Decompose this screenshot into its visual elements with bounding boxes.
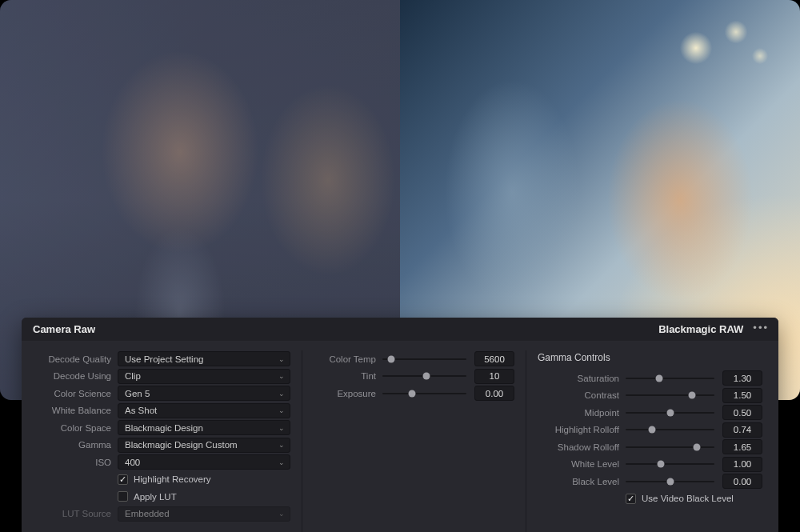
chevron-down-icon: ⌄ <box>278 424 285 432</box>
highlight-recovery-checkbox[interactable] <box>118 474 128 485</box>
color-space-select[interactable]: Blackmagic Design ⌄ <box>118 420 290 435</box>
tint-slider[interactable] <box>382 370 466 382</box>
chevron-down-icon: ⌄ <box>278 458 285 466</box>
exposure-label: Exposure <box>314 389 376 398</box>
white-balance-value: As Shot <box>125 406 157 415</box>
gamma-label: Gamma <box>38 440 111 450</box>
midpoint-label: Midpoint <box>538 408 619 418</box>
iso-value: 400 <box>125 458 140 467</box>
chevron-down-icon: ⌄ <box>278 406 285 414</box>
iso-select[interactable]: 400 ⌄ <box>118 454 290 470</box>
lut-source-value: Embedded <box>125 509 170 518</box>
iso-label: ISO <box>38 458 111 467</box>
decode-using-select[interactable]: Clip ⌄ <box>118 369 290 384</box>
color-science-label: Color Science <box>38 389 111 398</box>
chevron-down-icon: ⌄ <box>278 372 285 380</box>
chevron-down-icon: ⌄ <box>278 441 285 449</box>
camera-raw-panel: Camera Raw Blackmagic RAW ••• Decode Qua… <box>22 318 778 532</box>
contrast-value[interactable]: 1.50 <box>722 388 762 403</box>
gamma-controls-column: Gamma Controls Saturation 1.30 Contrast … <box>526 350 774 532</box>
saturation-slider[interactable] <box>626 373 714 384</box>
white-level-value[interactable]: 1.00 <box>722 457 762 472</box>
black-level-label: Black Level <box>538 477 619 486</box>
white-balance-label: White Balance <box>38 406 111 415</box>
highlight-recovery-label: Highlight Recovery <box>134 474 211 484</box>
color-temp-label: Color Temp <box>314 354 376 364</box>
color-space-label: Color Space <box>38 423 111 433</box>
chevron-down-icon: ⌄ <box>278 355 285 363</box>
shadow-rolloff-slider[interactable] <box>626 442 714 453</box>
white-balance-column: Color Temp 5600 Tint 10 Exposu <box>302 350 526 532</box>
decode-quality-value: Use Project Setting <box>125 354 203 364</box>
shadow-rolloff-value[interactable]: 1.65 <box>722 439 762 454</box>
white-balance-select[interactable]: As Shot ⌄ <box>118 403 290 418</box>
highlight-rolloff-value[interactable]: 0.74 <box>722 422 762 438</box>
gamma-controls-title: Gamma Controls <box>538 350 762 370</box>
color-temp-slider[interactable] <box>382 354 466 365</box>
gamma-select[interactable]: Blackmagic Design Custom ⌄ <box>118 438 290 453</box>
chevron-down-icon: ⌄ <box>278 510 285 518</box>
saturation-value[interactable]: 1.30 <box>722 370 762 386</box>
black-level-slider[interactable] <box>626 476 714 487</box>
gamma-value: Blackmagic Design Custom <box>125 440 238 450</box>
panel-menu-icon[interactable]: ••• <box>753 322 769 333</box>
decode-column: Decode Quality Use Project Setting ⌄ Dec… <box>26 350 302 532</box>
black-level-value[interactable]: 0.00 <box>722 474 762 489</box>
lut-source-select: Embedded ⌄ <box>118 506 290 522</box>
tint-value[interactable]: 10 <box>474 369 514 384</box>
exposure-value[interactable]: 0.00 <box>474 386 514 401</box>
video-black-level-label: Use Video Black Level <box>642 494 734 503</box>
midpoint-value[interactable]: 0.50 <box>722 405 762 420</box>
decode-using-label: Decode Using <box>38 371 111 381</box>
tint-label: Tint <box>314 371 376 381</box>
apply-lut-label: Apply LUT <box>134 492 177 502</box>
color-temp-value[interactable]: 5600 <box>474 351 514 366</box>
panel-subtitle: Blackmagic RAW <box>658 323 743 335</box>
color-science-select[interactable]: Gen 5 ⌄ <box>118 386 290 401</box>
color-space-value: Blackmagic Design <box>125 423 203 433</box>
contrast-label: Contrast <box>538 390 619 400</box>
highlight-rolloff-slider[interactable] <box>626 424 714 435</box>
midpoint-slider[interactable] <box>626 407 714 418</box>
white-level-label: White Level <box>538 459 619 469</box>
decode-quality-label: Decode Quality <box>38 354 111 364</box>
video-black-level-checkbox[interactable] <box>626 494 636 504</box>
shadow-rolloff-label: Shadow Rolloff <box>538 442 619 452</box>
apply-lut-checkbox[interactable] <box>118 491 128 502</box>
panel-body: Decode Quality Use Project Setting ⌄ Dec… <box>22 341 778 532</box>
chevron-down-icon: ⌄ <box>278 390 285 398</box>
color-science-value: Gen 5 <box>125 389 150 398</box>
exposure-slider[interactable] <box>382 388 466 399</box>
decode-using-value: Clip <box>125 371 141 381</box>
saturation-label: Saturation <box>538 374 619 383</box>
highlight-rolloff-label: Highlight Rolloff <box>538 425 619 434</box>
decode-quality-select[interactable]: Use Project Setting ⌄ <box>118 351 290 366</box>
panel-header: Camera Raw Blackmagic RAW ••• <box>22 318 778 341</box>
contrast-slider[interactable] <box>626 390 714 401</box>
lut-source-label: LUT Source <box>38 509 111 518</box>
panel-title: Camera Raw <box>33 323 95 335</box>
white-level-slider[interactable] <box>626 458 714 470</box>
